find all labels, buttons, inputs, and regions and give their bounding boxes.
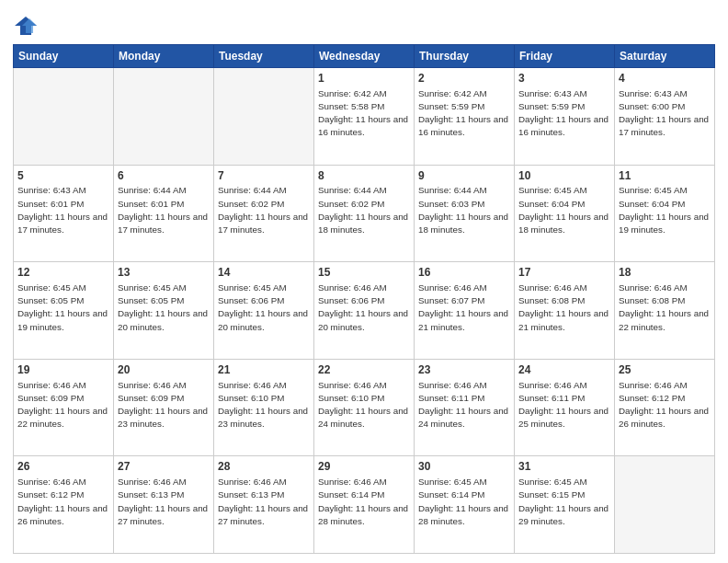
calendar-cell: 22Sunrise: 6:46 AM Sunset: 6:10 PM Dayli…: [314, 359, 415, 456]
calendar-cell: 5Sunrise: 6:43 AM Sunset: 6:01 PM Daylig…: [14, 165, 114, 262]
weekday-header-friday: Friday: [515, 45, 615, 68]
day-info: Sunrise: 6:44 AM Sunset: 6:02 PM Dayligh…: [318, 184, 410, 236]
day-info: Sunrise: 6:46 AM Sunset: 6:07 PM Dayligh…: [418, 282, 510, 334]
day-info: Sunrise: 6:46 AM Sunset: 6:14 PM Dayligh…: [318, 476, 410, 528]
day-info: Sunrise: 6:45 AM Sunset: 6:06 PM Dayligh…: [218, 282, 310, 334]
day-number: 4: [619, 71, 711, 86]
day-number: 9: [418, 168, 510, 184]
day-number: 8: [318, 168, 410, 184]
weekday-header-monday: Monday: [114, 45, 214, 68]
day-number: 24: [518, 362, 610, 378]
day-info: Sunrise: 6:46 AM Sunset: 6:11 PM Dayligh…: [518, 379, 610, 431]
calendar-cell: 29Sunrise: 6:46 AM Sunset: 6:14 PM Dayli…: [314, 456, 415, 554]
calendar-cell: 25Sunrise: 6:46 AM Sunset: 6:12 PM Dayli…: [615, 359, 715, 456]
day-info: Sunrise: 6:46 AM Sunset: 6:10 PM Dayligh…: [318, 379, 410, 431]
day-info: Sunrise: 6:46 AM Sunset: 6:13 PM Dayligh…: [218, 476, 310, 528]
day-number: 15: [318, 265, 410, 281]
day-info: Sunrise: 6:46 AM Sunset: 6:06 PM Dayligh…: [318, 282, 410, 334]
day-info: Sunrise: 6:45 AM Sunset: 6:04 PM Dayligh…: [518, 184, 610, 236]
calendar-table: SundayMondayTuesdayWednesdayThursdayFrid…: [13, 44, 715, 554]
calendar-cell: 6Sunrise: 6:44 AM Sunset: 6:01 PM Daylig…: [114, 165, 214, 262]
day-info: Sunrise: 6:46 AM Sunset: 6:12 PM Dayligh…: [619, 379, 711, 431]
day-info: Sunrise: 6:46 AM Sunset: 6:10 PM Dayligh…: [218, 379, 310, 431]
day-number: 7: [218, 168, 310, 184]
calendar-cell: 30Sunrise: 6:45 AM Sunset: 6:14 PM Dayli…: [415, 456, 515, 554]
day-number: 11: [619, 168, 711, 184]
day-number: 2: [418, 71, 510, 86]
logo: [13, 13, 41, 39]
day-info: Sunrise: 6:46 AM Sunset: 6:09 PM Dayligh…: [17, 379, 109, 431]
day-number: 21: [218, 362, 310, 378]
calendar-week-2: 12Sunrise: 6:45 AM Sunset: 6:05 PM Dayli…: [14, 262, 715, 360]
day-info: Sunrise: 6:46 AM Sunset: 6:08 PM Dayligh…: [619, 282, 711, 334]
day-number: 20: [118, 362, 210, 378]
day-info: Sunrise: 6:46 AM Sunset: 6:12 PM Dayligh…: [17, 476, 109, 528]
calendar-cell: 2Sunrise: 6:42 AM Sunset: 5:59 PM Daylig…: [415, 68, 515, 166]
day-number: 12: [17, 265, 109, 281]
calendar-cell: 3Sunrise: 6:43 AM Sunset: 5:59 PM Daylig…: [515, 68, 615, 166]
weekday-header-wednesday: Wednesday: [314, 45, 415, 68]
day-info: Sunrise: 6:46 AM Sunset: 6:13 PM Dayligh…: [118, 476, 210, 528]
calendar-cell: 7Sunrise: 6:44 AM Sunset: 6:02 PM Daylig…: [214, 165, 314, 262]
calendar-cell: 26Sunrise: 6:46 AM Sunset: 6:12 PM Dayli…: [14, 456, 114, 554]
day-number: 30: [418, 459, 510, 475]
calendar-week-1: 5Sunrise: 6:43 AM Sunset: 6:01 PM Daylig…: [14, 165, 715, 262]
logo-icon: [13, 13, 39, 39]
day-info: Sunrise: 6:45 AM Sunset: 6:14 PM Dayligh…: [418, 476, 510, 528]
day-info: Sunrise: 6:44 AM Sunset: 6:03 PM Dayligh…: [418, 184, 510, 236]
day-number: 6: [118, 168, 210, 184]
calendar-cell: 31Sunrise: 6:45 AM Sunset: 6:15 PM Dayli…: [515, 456, 615, 554]
day-info: Sunrise: 6:46 AM Sunset: 6:09 PM Dayligh…: [118, 379, 210, 431]
calendar-cell: 24Sunrise: 6:46 AM Sunset: 6:11 PM Dayli…: [515, 359, 615, 456]
calendar-cell: 15Sunrise: 6:46 AM Sunset: 6:06 PM Dayli…: [314, 262, 415, 360]
calendar-cell: 11Sunrise: 6:45 AM Sunset: 6:04 PM Dayli…: [615, 165, 715, 262]
calendar-cell: 17Sunrise: 6:46 AM Sunset: 6:08 PM Dayli…: [515, 262, 615, 360]
day-number: 31: [518, 459, 610, 475]
weekday-header-sunday: Sunday: [14, 45, 114, 68]
calendar-cell: 18Sunrise: 6:46 AM Sunset: 6:08 PM Dayli…: [615, 262, 715, 360]
day-number: 27: [118, 459, 210, 475]
page: SundayMondayTuesdayWednesdayThursdayFrid…: [0, 0, 728, 563]
day-number: 1: [318, 71, 410, 86]
day-number: 10: [518, 168, 610, 184]
day-info: Sunrise: 6:45 AM Sunset: 6:15 PM Dayligh…: [518, 476, 610, 528]
calendar-cell: [214, 68, 314, 166]
day-info: Sunrise: 6:45 AM Sunset: 6:05 PM Dayligh…: [17, 282, 109, 334]
day-info: Sunrise: 6:45 AM Sunset: 6:04 PM Dayligh…: [619, 184, 711, 236]
day-info: Sunrise: 6:43 AM Sunset: 6:00 PM Dayligh…: [619, 87, 711, 140]
calendar-cell: 8Sunrise: 6:44 AM Sunset: 6:02 PM Daylig…: [314, 165, 415, 262]
calendar-cell: 20Sunrise: 6:46 AM Sunset: 6:09 PM Dayli…: [114, 359, 214, 456]
day-info: Sunrise: 6:46 AM Sunset: 6:11 PM Dayligh…: [418, 379, 510, 431]
calendar-cell: 28Sunrise: 6:46 AM Sunset: 6:13 PM Dayli…: [214, 456, 314, 554]
calendar-cell: [14, 68, 114, 166]
calendar-cell: 9Sunrise: 6:44 AM Sunset: 6:03 PM Daylig…: [415, 165, 515, 262]
calendar-header-row: SundayMondayTuesdayWednesdayThursdayFrid…: [14, 45, 715, 68]
day-number: 5: [17, 168, 109, 184]
calendar-cell: 13Sunrise: 6:45 AM Sunset: 6:05 PM Dayli…: [114, 262, 214, 360]
calendar-cell: [114, 68, 214, 166]
weekday-header-thursday: Thursday: [415, 45, 515, 68]
calendar-cell: 4Sunrise: 6:43 AM Sunset: 6:00 PM Daylig…: [615, 68, 715, 166]
calendar-cell: 16Sunrise: 6:46 AM Sunset: 6:07 PM Dayli…: [415, 262, 515, 360]
calendar-cell: 19Sunrise: 6:46 AM Sunset: 6:09 PM Dayli…: [14, 359, 114, 456]
weekday-header-saturday: Saturday: [615, 45, 715, 68]
day-number: 17: [518, 265, 610, 281]
calendar-week-0: 1Sunrise: 6:42 AM Sunset: 5:58 PM Daylig…: [14, 68, 715, 166]
calendar-cell: 21Sunrise: 6:46 AM Sunset: 6:10 PM Dayli…: [214, 359, 314, 456]
day-number: 29: [318, 459, 410, 475]
day-number: 25: [619, 362, 711, 378]
day-info: Sunrise: 6:43 AM Sunset: 5:59 PM Dayligh…: [518, 87, 610, 140]
calendar-week-4: 26Sunrise: 6:46 AM Sunset: 6:12 PM Dayli…: [14, 456, 715, 554]
day-number: 19: [17, 362, 109, 378]
day-number: 23: [418, 362, 510, 378]
day-info: Sunrise: 6:43 AM Sunset: 6:01 PM Dayligh…: [17, 184, 109, 236]
day-number: 16: [418, 265, 510, 281]
day-number: 14: [218, 265, 310, 281]
day-info: Sunrise: 6:42 AM Sunset: 5:58 PM Dayligh…: [318, 87, 410, 140]
day-number: 3: [518, 71, 610, 86]
day-number: 18: [619, 265, 711, 281]
day-number: 28: [218, 459, 310, 475]
calendar-cell: 1Sunrise: 6:42 AM Sunset: 5:58 PM Daylig…: [314, 68, 415, 166]
day-info: Sunrise: 6:46 AM Sunset: 6:08 PM Dayligh…: [518, 282, 610, 334]
day-number: 13: [118, 265, 210, 281]
